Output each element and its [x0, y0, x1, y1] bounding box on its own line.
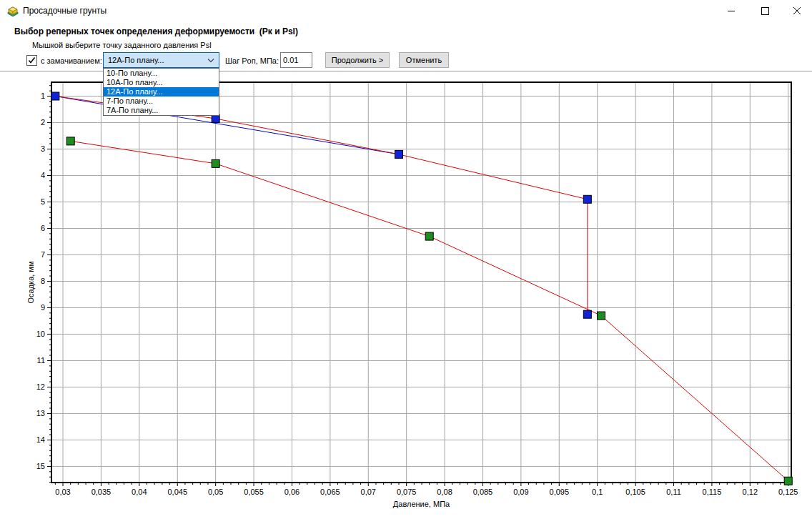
- data-point-marker-curve-green-squares[interactable]: [598, 312, 605, 320]
- x-tick-label: 0,11: [666, 488, 681, 496]
- sample-dropdown-list: 10-По плану...10А-По плану...12А-По план…: [103, 68, 219, 116]
- x-tick-label: 0,075: [397, 488, 417, 496]
- y-tick-label: 9: [41, 303, 45, 312]
- x-tick-label: 0,07: [361, 488, 376, 496]
- app-icon: [6, 4, 19, 17]
- page-title: Выбор реперных точек определения деформи…: [14, 26, 298, 36]
- y-tick-label: 12: [36, 382, 45, 391]
- x-tick-label: 0,105: [625, 488, 645, 496]
- sample-combobox-value: 12А-По плану...: [108, 56, 207, 64]
- dropdown-item[interactable]: 12А-По плану...: [104, 87, 219, 97]
- soak-checkbox-label: с замачиванием:: [41, 56, 102, 65]
- y-tick-label: 15: [36, 462, 45, 470]
- maximize-button[interactable]: [748, 0, 781, 21]
- soak-checkbox[interactable]: [26, 55, 37, 66]
- x-tick-label: 0,04: [132, 488, 147, 496]
- y-tick-label: 2: [41, 118, 45, 127]
- data-point-marker-curve-blue-squares[interactable]: [395, 150, 402, 158]
- x-tick-label: 0,12: [743, 488, 758, 496]
- data-point-marker-curve-blue-squares[interactable]: [583, 310, 591, 318]
- title-bar: Просадочные грунты: [0, 0, 812, 21]
- data-point-marker-curve-green-squares[interactable]: [66, 137, 74, 145]
- data-point-marker-curve-blue-squares[interactable]: [212, 114, 219, 122]
- chevron-down-icon: [207, 58, 214, 63]
- x-tick-label: 0,03: [55, 488, 70, 496]
- continue-button[interactable]: Продолжить >: [325, 52, 390, 68]
- x-tick-label: 0,065: [320, 488, 340, 496]
- x-tick-label: 0,085: [473, 488, 493, 496]
- y-axis-title: Осадка, мм: [26, 261, 35, 303]
- cancel-button[interactable]: Отменить: [399, 52, 449, 68]
- window-title: Просадочные грунты: [23, 6, 107, 16]
- dropdown-item[interactable]: 10А-По плану...: [104, 78, 219, 87]
- x-tick-label: 0,095: [550, 488, 570, 496]
- step-label: Шаг Pоп, МПа:: [225, 56, 279, 65]
- x-axis-title: Давление, МПа: [393, 500, 450, 508]
- dropdown-item[interactable]: 7-По плану...: [104, 97, 219, 106]
- step-input[interactable]: [280, 52, 312, 68]
- x-tick-label: 0,125: [778, 488, 798, 496]
- y-tick-label: 14: [36, 435, 45, 444]
- x-tick-label: 0,1: [592, 488, 603, 496]
- maximize-icon: [761, 7, 769, 15]
- y-tick-label: 5: [41, 197, 45, 206]
- data-point-marker-curve-blue-squares[interactable]: [583, 195, 591, 203]
- y-tick-label: 10: [36, 330, 45, 338]
- minimize-icon: [728, 7, 736, 15]
- x-tick-label: 0,045: [167, 488, 187, 496]
- y-tick-label: 4: [41, 171, 45, 179]
- y-tick-label: 6: [41, 224, 45, 232]
- y-tick-label: 3: [41, 144, 45, 153]
- dropdown-item[interactable]: 10-По плану...: [104, 69, 219, 78]
- x-tick-label: 0,09: [513, 488, 528, 496]
- y-tick-label: 13: [36, 409, 45, 417]
- close-icon: [793, 7, 801, 15]
- series-line-curve-green-squares: [71, 141, 788, 480]
- minimize-button[interactable]: [715, 0, 748, 21]
- data-point-marker-curve-green-squares[interactable]: [784, 477, 792, 485]
- sample-combobox[interactable]: 12А-По плану...: [103, 52, 219, 68]
- x-tick-label: 0,05: [208, 488, 223, 496]
- plot-border: [51, 82, 791, 483]
- close-button[interactable]: [782, 0, 812, 21]
- data-point-marker-curve-green-squares[interactable]: [425, 232, 433, 240]
- y-tick-label: 8: [41, 277, 45, 285]
- x-tick-label: 0,035: [91, 488, 112, 496]
- y-tick-label: 11: [37, 356, 45, 365]
- data-point-marker-curve-blue-squares[interactable]: [51, 92, 59, 100]
- y-tick-label: 7: [41, 250, 45, 259]
- data-point-marker-curve-green-squares[interactable]: [212, 159, 219, 167]
- page-subtitle: Мышкой выберите точку заданного давления…: [32, 41, 212, 49]
- x-tick-label: 0,08: [437, 488, 452, 496]
- x-tick-label: 0,06: [284, 488, 299, 496]
- check-icon: [28, 56, 36, 64]
- pressure-settlement-chart[interactable]: 0,030,0350,040,0450,050,0550,060,0650,07…: [0, 72, 812, 524]
- x-tick-label: 0,115: [703, 488, 722, 496]
- y-tick-label: 1: [41, 92, 45, 100]
- x-tick-label: 0,055: [244, 488, 264, 496]
- dropdown-item[interactable]: 7А-По плану...: [104, 106, 219, 115]
